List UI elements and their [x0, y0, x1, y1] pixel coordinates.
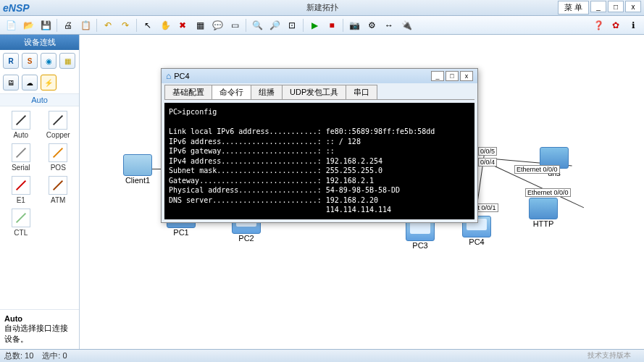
- sidebar-header: 设备连线: [0, 35, 79, 50]
- node-client1[interactable]: Client1: [123, 154, 152, 185]
- router-category-icon[interactable]: R: [3, 53, 19, 69]
- connection-grid: Auto Copper Serial POS E1 ATM CTL: [0, 106, 79, 241]
- info-desc: 自动选择接口连接设备。: [4, 323, 75, 345]
- cloud-category-icon[interactable]: ☁: [22, 75, 38, 90]
- tool2-icon[interactable]: ↔: [381, 18, 397, 33]
- start-icon[interactable]: ▶: [306, 18, 322, 33]
- redo-icon[interactable]: ↷: [117, 18, 133, 33]
- conn-pos[interactable]: POS: [41, 142, 77, 173]
- save-icon[interactable]: 💾: [38, 18, 54, 33]
- watermark: 技术支持版本: [587, 350, 631, 361]
- minimize-button[interactable]: _: [590, 1, 606, 12]
- close-button[interactable]: x: [625, 1, 641, 12]
- new-icon[interactable]: 📄: [3, 18, 19, 33]
- tab-multicast[interactable]: 组播: [251, 85, 283, 99]
- node-http[interactable]: HTTP: [529, 198, 558, 228]
- terminal-titlebar[interactable]: ⌂ PC4 _ □ x: [162, 69, 477, 83]
- copy-icon[interactable]: 📋: [78, 18, 93, 33]
- node-pc3[interactable]: PC3: [406, 219, 435, 250]
- port-label: Ethernet 0/0/0: [514, 165, 560, 174]
- port-label: Ethernet 0/0/0: [525, 188, 571, 197]
- device-category-row2: 🖥 ☁ ⚡: [0, 72, 79, 93]
- toolbar: 📄 📂 💾 🖨 📋 ↶ ↷ ↖ ✋ ✖ ▦ 💬 ▭ 🔍 🔎 ⊡ ▶ ■ 📷 ⚙ …: [0, 16, 644, 35]
- statusbar: 总数: 10 选中: 0 技术支持版本: [0, 349, 644, 362]
- pc-category-icon[interactable]: 🖥: [3, 75, 19, 90]
- terminal-maximize-button[interactable]: □: [446, 71, 459, 81]
- conn-auto[interactable]: Auto: [3, 109, 39, 140]
- tab-basic-config[interactable]: 基础配置: [164, 85, 212, 99]
- shape-icon[interactable]: ▭: [227, 18, 243, 33]
- open-icon[interactable]: 📂: [20, 18, 36, 33]
- menu-button[interactable]: 菜 单: [558, 1, 589, 14]
- huawei-icon[interactable]: ✿: [608, 18, 624, 33]
- terminal-window[interactable]: ⌂ PC4 _ □ x 基础配置 命令行 组播 UDP发包工具 串口 PC>ip…: [161, 68, 478, 223]
- tab-serial[interactable]: 串口: [346, 85, 377, 99]
- node-label: Client1: [125, 176, 150, 185]
- terminal-close-button[interactable]: x: [460, 71, 473, 81]
- undo-icon[interactable]: ↶: [100, 18, 116, 33]
- app-logo: eNSP: [3, 2, 30, 14]
- tab-cli[interactable]: 命令行: [212, 85, 251, 99]
- terminal-title: PC4: [174, 72, 189, 80]
- server-icon: [529, 198, 558, 219]
- link-category-icon[interactable]: ⚡: [41, 75, 57, 90]
- zoom-out-icon[interactable]: 🔎: [267, 18, 283, 33]
- hand-icon[interactable]: ✋: [157, 18, 173, 33]
- fit-icon[interactable]: ⊡: [284, 18, 300, 33]
- terminal-icon: ⌂: [166, 71, 171, 81]
- node-label: PC1: [173, 228, 188, 237]
- port-label: 0/0/5: [478, 147, 497, 156]
- conn-copper[interactable]: Copper: [41, 109, 77, 140]
- conn-ctl[interactable]: CTL: [3, 207, 39, 238]
- info2-icon[interactable]: ℹ: [625, 18, 641, 33]
- client-icon: [123, 154, 152, 176]
- sidebar: 设备连线 R S ◉ ▦ 🖥 ☁ ⚡ Auto Auto Copper Seri…: [0, 35, 80, 349]
- tool1-icon[interactable]: ⚙: [364, 18, 380, 33]
- status-selected: 选中: 0: [42, 350, 67, 361]
- pc-icon: [406, 219, 435, 241]
- stop-icon[interactable]: ■: [324, 18, 340, 33]
- maximize-button[interactable]: □: [608, 1, 624, 12]
- document-title: 新建拓扑: [306, 2, 338, 13]
- node-label: PC2: [238, 234, 254, 243]
- zoom-in-icon[interactable]: 🔍: [249, 18, 265, 33]
- firewall-category-icon[interactable]: ▦: [59, 53, 75, 69]
- auto-label: Auto: [0, 93, 79, 106]
- terminal-minimize-button[interactable]: _: [431, 71, 444, 81]
- terminal-output[interactable]: PC>ipconfig Link local IPv6 address.....…: [164, 103, 474, 219]
- terminal-tabs: 基础配置 命令行 组播 UDP发包工具 串口: [164, 85, 474, 100]
- node-label: PC4: [469, 237, 484, 246]
- delete-icon[interactable]: ✖: [175, 18, 191, 33]
- capture-icon[interactable]: 📷: [346, 18, 362, 33]
- titlebar: eNSP 新建拓扑 菜 单 _ □ x: [0, 0, 644, 16]
- text-icon[interactable]: 💬: [209, 18, 225, 33]
- port-label: 0/0/4: [478, 158, 497, 167]
- conn-e1[interactable]: E1: [3, 174, 39, 206]
- tab-udp-tool[interactable]: UDP发包工具: [282, 85, 346, 99]
- erase-icon[interactable]: ▦: [192, 18, 208, 33]
- node-label: PC3: [412, 241, 427, 250]
- help-icon[interactable]: ❓: [590, 18, 606, 33]
- switch-category-icon[interactable]: S: [22, 53, 38, 69]
- info-title: Auto: [4, 314, 75, 323]
- conn-atm[interactable]: ATM: [41, 174, 77, 206]
- info-box: Auto 自动选择接口连接设备。: [0, 309, 79, 349]
- node-label: HTTP: [533, 219, 554, 228]
- status-total: 总数: 10: [4, 350, 33, 361]
- conn-serial[interactable]: Serial: [3, 142, 39, 173]
- tool3-icon[interactable]: 🔌: [398, 18, 414, 33]
- print-icon[interactable]: 🖨: [60, 18, 76, 33]
- pointer-icon[interactable]: ↖: [140, 18, 156, 33]
- wlan-category-icon[interactable]: ◉: [41, 53, 57, 69]
- device-category-row: R S ◉ ▦: [0, 50, 79, 72]
